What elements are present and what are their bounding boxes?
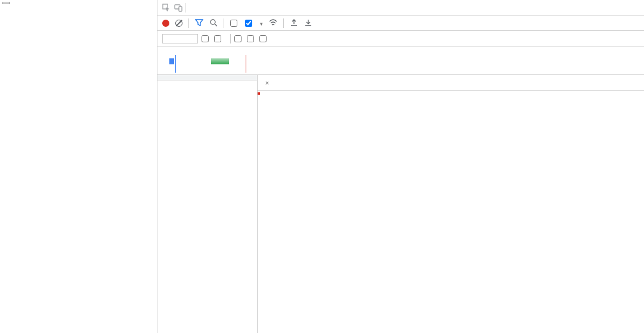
timeline-marker xyxy=(246,55,246,73)
separator xyxy=(188,18,189,28)
timeline-bar xyxy=(169,58,174,64)
devtools-panel: × xyxy=(157,0,644,333)
svg-line-4 xyxy=(215,24,217,26)
hide-data-checkbox[interactable] xyxy=(214,35,223,42)
response-pane: × xyxy=(258,75,644,333)
download-icon[interactable] xyxy=(304,18,312,28)
response-source[interactable] xyxy=(258,91,644,333)
blocked-reqs-checkbox[interactable] xyxy=(247,35,256,42)
throttling-select[interactable] xyxy=(260,20,263,27)
network-toolbar xyxy=(157,15,644,31)
separator xyxy=(224,18,224,28)
inspect-icon[interactable] xyxy=(161,2,172,13)
svg-point-3 xyxy=(210,20,215,24)
device-icon[interactable] xyxy=(173,2,184,13)
page-button[interactable] xyxy=(2,2,10,4)
search-icon[interactable] xyxy=(209,18,218,28)
record-icon[interactable] xyxy=(162,20,169,27)
timeline-bar xyxy=(211,58,229,64)
request-list-header[interactable] xyxy=(157,75,257,80)
filter-input[interactable] xyxy=(162,34,198,43)
request-list xyxy=(157,75,258,333)
clear-icon[interactable] xyxy=(175,20,182,27)
close-icon[interactable]: × xyxy=(261,79,273,86)
separator xyxy=(283,18,284,28)
preserve-log-checkbox[interactable] xyxy=(230,20,239,27)
disable-cache-checkbox[interactable] xyxy=(245,20,254,27)
third-party-checkbox[interactable] xyxy=(259,35,268,42)
filter-icon[interactable] xyxy=(195,18,203,28)
wifi-icon[interactable] xyxy=(269,18,277,28)
response-subtabs: × xyxy=(258,75,644,91)
separator xyxy=(185,3,185,13)
blocked-cookies-checkbox[interactable] xyxy=(234,35,243,42)
filters-row xyxy=(157,31,644,46)
separator xyxy=(230,34,231,43)
timeline[interactable] xyxy=(157,46,644,75)
upload-icon[interactable] xyxy=(290,18,298,28)
svg-rect-2 xyxy=(179,7,182,11)
invert-checkbox[interactable] xyxy=(202,35,210,42)
timeline-marker xyxy=(175,55,176,73)
devtools-main-tabs xyxy=(157,0,644,15)
line-gutter xyxy=(258,91,277,94)
